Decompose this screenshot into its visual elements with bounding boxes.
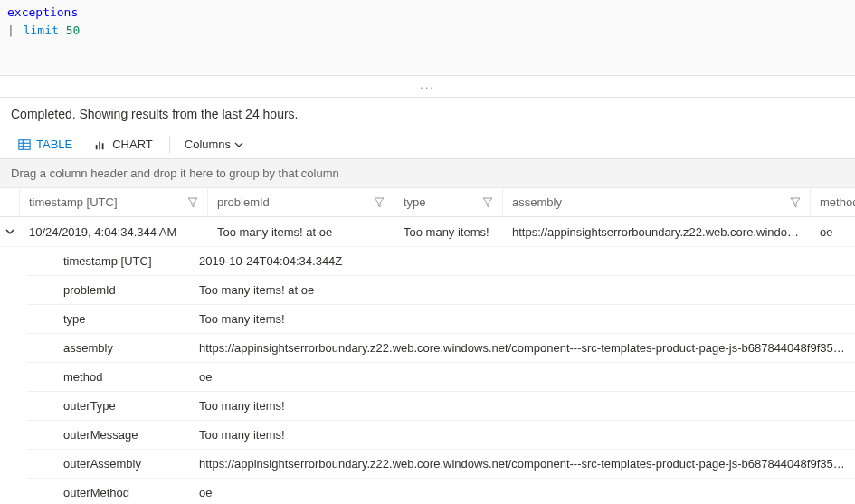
detail-key: problemId <box>54 283 190 297</box>
query-editor[interactable]: exceptions | limit 50 <box>0 0 855 76</box>
detail-key: outerType <box>54 399 190 413</box>
svg-marker-8 <box>375 198 384 207</box>
tab-table[interactable]: TABLE <box>7 130 83 158</box>
header-problemid[interactable]: problemId <box>208 188 394 216</box>
cell-timestamp: 10/24/2019, 4:04:34.344 AM <box>20 225 208 239</box>
header-method[interactable]: method <box>811 188 855 216</box>
header-expand-spacer <box>0 188 20 216</box>
detail-value: 2019-10-24T04:04:34.344Z <box>190 254 855 268</box>
header-problemid-label: problemId <box>217 195 270 209</box>
detail-row: typeToo many items! <box>27 305 855 334</box>
grid-header-row: timestamp [UTC] problemId type assembly … <box>0 188 855 217</box>
svg-rect-4 <box>96 145 98 149</box>
chevron-down-icon[interactable] <box>5 224 14 239</box>
group-by-hint[interactable]: Drag a column header and drop it here to… <box>0 159 855 188</box>
filter-icon[interactable] <box>374 197 385 208</box>
detail-row: outerTypeToo many items! <box>27 392 855 421</box>
svg-rect-5 <box>99 141 100 149</box>
header-assembly[interactable]: assembly <box>503 188 811 216</box>
detail-value: https://appinsightserrorboundary.z22.web… <box>190 457 855 471</box>
query-operator: limit <box>24 24 59 37</box>
detail-value: oe <box>190 370 855 384</box>
detail-value: Too many items! at oe <box>190 283 855 297</box>
detail-key: outerAssembly <box>54 457 190 471</box>
detail-row: outerMethodoe <box>27 479 855 504</box>
query-number: 50 <box>66 24 81 37</box>
columns-label: Columns <box>185 138 231 151</box>
detail-row: timestamp [UTC]2019-10-24T04:04:34.344Z <box>27 247 855 276</box>
detail-value: Too many items! <box>190 399 855 413</box>
detail-value: https://appinsightserrorboundary.z22.web… <box>190 341 855 355</box>
resize-handle[interactable]: ... <box>0 76 855 98</box>
filter-icon[interactable] <box>187 197 198 208</box>
detail-row: outerAssemblyhttps://appinsightserrorbou… <box>27 450 855 479</box>
header-type-label: type <box>404 195 426 209</box>
detail-key: outerMethod <box>54 486 190 499</box>
svg-rect-0 <box>19 139 30 149</box>
header-assembly-label: assembly <box>512 195 562 209</box>
detail-row: assemblyhttps://appinsightserrorboundary… <box>27 334 855 363</box>
detail-key: method <box>54 370 190 384</box>
detail-key: timestamp [UTC] <box>54 254 190 268</box>
detail-row: problemIdToo many items! at oe <box>27 276 855 305</box>
header-timestamp[interactable]: timestamp [UTC] <box>20 188 208 216</box>
svg-rect-6 <box>102 143 104 149</box>
chevron-down-icon <box>234 140 243 149</box>
header-type[interactable]: type <box>394 188 503 216</box>
cell-problemid: Too many items! at oe <box>208 225 394 239</box>
query-table-name: exceptions <box>7 5 78 19</box>
query-pipe: | <box>7 24 16 37</box>
detail-row: methodoe <box>27 363 855 392</box>
detail-key: type <box>54 312 190 326</box>
detail-value: oe <box>190 486 855 499</box>
filter-icon[interactable] <box>482 197 493 208</box>
detail-key: assembly <box>54 341 190 355</box>
svg-marker-9 <box>483 198 492 207</box>
table-row[interactable]: 10/24/2019, 4:04:34.344 AM Too many item… <box>0 217 855 247</box>
svg-marker-10 <box>791 198 800 207</box>
cell-method: oe <box>811 225 855 239</box>
table-icon <box>18 138 31 151</box>
detail-row: outerMessageToo many items! <box>27 421 855 450</box>
tab-table-label: TABLE <box>36 138 72 151</box>
detail-key: outerMessage <box>54 428 190 442</box>
tab-chart-label: CHART <box>112 138 153 151</box>
cell-type: Too many items! <box>394 225 503 239</box>
row-details: timestamp [UTC]2019-10-24T04:04:34.344Z … <box>0 247 855 504</box>
svg-marker-7 <box>188 198 197 207</box>
header-timestamp-label: timestamp [UTC] <box>29 195 118 209</box>
tab-separator <box>169 136 170 154</box>
view-tabs: TABLE CHART Columns <box>0 130 855 159</box>
status-text: Completed. Showing results from the last… <box>0 98 855 130</box>
columns-dropdown[interactable]: Columns <box>176 130 252 158</box>
filter-icon[interactable] <box>790 197 801 208</box>
chart-icon <box>94 138 107 151</box>
cell-assembly: https://appinsightserrorboundary.z22.web… <box>503 225 811 239</box>
detail-value: Too many items! <box>190 312 855 326</box>
header-method-label: method <box>820 195 855 209</box>
tab-chart[interactable]: CHART <box>83 130 164 158</box>
detail-value: Too many items! <box>190 428 855 442</box>
